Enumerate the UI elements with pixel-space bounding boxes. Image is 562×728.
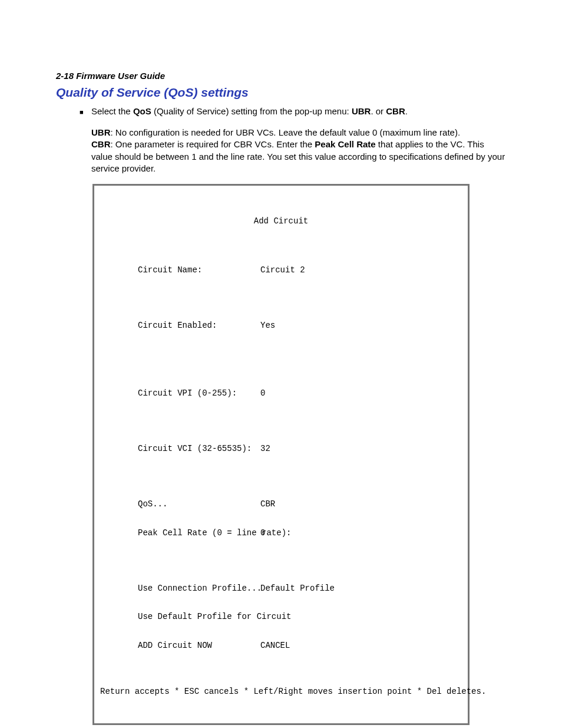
- field-label: Peak Cell Rate (0 = line rate):: [100, 528, 260, 538]
- text: . or: [371, 106, 386, 116]
- field-value: Default Profile: [260, 584, 462, 593]
- text-bold: CBR: [91, 139, 111, 149]
- text-bold: UBR: [352, 106, 371, 116]
- bullet-text: Select the QoS (Quality of Service) sett…: [91, 106, 506, 117]
- field-value: 0: [260, 528, 462, 538]
- field-value: CANCEL: [260, 641, 462, 650]
- field-value: 0: [260, 388, 462, 398]
- field-value: CBR: [260, 499, 462, 509]
- field-value: 32: [260, 444, 462, 453]
- field-value: [260, 612, 462, 621]
- field-label: ADD Circuit NOW: [100, 641, 260, 650]
- text: Select the: [91, 106, 133, 116]
- page: 2-18 Firmware User Guide Quality of Serv…: [0, 0, 562, 728]
- text: : No configuration is needed for UBR VCs…: [111, 127, 461, 137]
- text: .: [405, 106, 408, 116]
- text-bold: Peak Cell Rate: [315, 139, 375, 149]
- field-label: Circuit Enabled:: [100, 321, 260, 330]
- field-value: Yes: [260, 321, 462, 330]
- text-bold: QoS: [133, 106, 151, 116]
- field-label: Use Connection Profile...: [100, 584, 260, 593]
- field-label: QoS...: [100, 499, 260, 509]
- field-label: Circuit Name:: [100, 265, 260, 275]
- text: (Quality of Service) setting from the po…: [151, 106, 352, 116]
- field-value: Circuit 2: [260, 265, 462, 275]
- field-label: Circuit VPI (0-255):: [100, 388, 260, 398]
- text-bold: CBR: [386, 106, 405, 116]
- page-header: 2-18 Firmware User Guide: [56, 71, 506, 81]
- field-label: Circuit VCI (32-65535):: [100, 444, 260, 453]
- bullet-item: ■ Select the QoS (Quality of Service) se…: [80, 106, 506, 118]
- terminal-title: Add Circuit: [100, 216, 462, 226]
- field-label: Use Default Profile for Circuit: [100, 612, 260, 621]
- terminal-screen: Add Circuit Circuit Name:Circuit 2 Circu…: [92, 184, 470, 725]
- text-bold: UBR: [91, 127, 111, 137]
- section-heading: Quality of Service (QoS) settings: [56, 85, 506, 100]
- text: : One parameter is required for CBR VCs.…: [111, 139, 315, 149]
- bullet-icon: ■: [80, 106, 91, 118]
- paragraph: UBR: No configuration is needed for UBR …: [91, 127, 506, 174]
- terminal-footer: Return accepts * ESC cancels * Left/Righ…: [100, 687, 462, 696]
